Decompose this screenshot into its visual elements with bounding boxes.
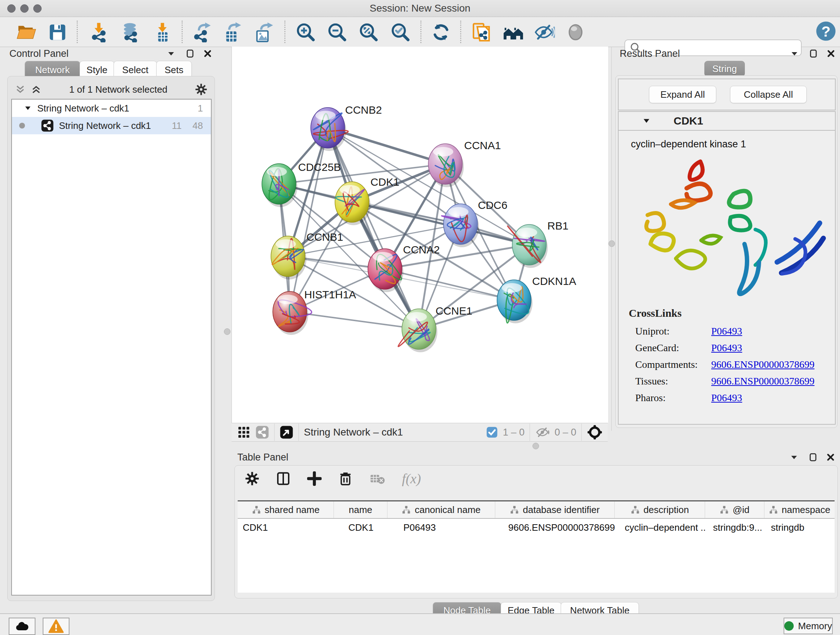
tissues-link[interactable]: 9606.ENSP00000378699 xyxy=(711,375,814,387)
save-icon[interactable] xyxy=(47,22,68,43)
hide-eye-icon[interactable] xyxy=(534,22,555,43)
compartments-link[interactable]: 9606.ENSP00000378699 xyxy=(711,359,814,371)
close-panel-icon[interactable] xyxy=(203,49,212,58)
import-database-icon[interactable] xyxy=(119,22,141,43)
cell-database-identifier[interactable]: 9606.ENSP00000378699 xyxy=(495,522,615,533)
collapse-section-icon[interactable] xyxy=(642,116,651,126)
shared-column-icon xyxy=(630,505,640,515)
refresh-icon[interactable] xyxy=(431,22,452,43)
string-view-icon[interactable] xyxy=(256,425,269,439)
grid-view-icon[interactable] xyxy=(237,426,250,439)
import-network-icon[interactable] xyxy=(88,22,109,43)
collapse-all-button[interactable]: Collapse All xyxy=(730,86,807,103)
table-row[interactable]: CDK1 CDK1 P06493 9606.ENSP00000378699 cy… xyxy=(238,519,835,536)
network-node-CCNB1[interactable]: CCNB1 xyxy=(271,231,343,279)
import-table-icon[interactable] xyxy=(152,22,173,43)
shared-column-icon xyxy=(510,505,519,515)
expand-all-networks-icon[interactable] xyxy=(15,84,26,95)
memory-button[interactable]: Memory xyxy=(783,618,833,634)
network-node-CCNB2[interactable]: CCNB2 xyxy=(311,104,382,151)
show-columns-icon[interactable] xyxy=(276,471,291,486)
column-header-label[interactable]: @id xyxy=(733,504,750,516)
cell-shared-name[interactable]: CDK1 xyxy=(238,522,334,533)
export-image-icon[interactable] xyxy=(253,22,274,43)
memory-status-dot xyxy=(784,621,794,631)
control-panel: Control Panel Network Style Select Sets … xyxy=(4,47,217,608)
delete-column-icon[interactable] xyxy=(338,471,353,486)
cell-name[interactable]: CDK1 xyxy=(334,522,387,533)
column-header-label[interactable]: shared name xyxy=(265,504,320,516)
cell-id[interactable]: stringdb:9... xyxy=(705,522,764,533)
panel-menu-icon[interactable] xyxy=(789,453,799,462)
column-header-label[interactable]: database identifier xyxy=(523,504,600,516)
node-label-CCNA2: CCNA2 xyxy=(403,244,440,256)
panel-menu-icon[interactable] xyxy=(166,49,176,58)
zoom-selected-icon[interactable] xyxy=(390,22,411,43)
left-splitter-handle[interactable] xyxy=(224,328,231,335)
toolbar-separator xyxy=(284,21,286,43)
export-table-icon[interactable] xyxy=(222,22,243,43)
column-header-label[interactable]: namespace xyxy=(782,504,830,516)
share-document-icon[interactable] xyxy=(471,22,492,43)
node-table[interactable]: shared name name canonical name database… xyxy=(238,500,835,593)
column-header-label[interactable]: description xyxy=(644,504,689,516)
network-view-title: String Network – cdk1 xyxy=(304,426,403,438)
cdk1-section-header[interactable]: CDK1 xyxy=(619,112,835,131)
homes-icon[interactable] xyxy=(503,22,524,43)
export-network-icon[interactable] xyxy=(192,22,213,43)
fit-selected-crosshair-icon[interactable] xyxy=(587,424,603,440)
float-panel-icon[interactable] xyxy=(809,49,818,58)
network-node-CCNA1[interactable]: CCNA1 xyxy=(428,139,501,187)
hidden-elements-icon[interactable] xyxy=(535,424,550,440)
float-panel-icon[interactable] xyxy=(186,49,195,58)
table-panel-title: Table Panel xyxy=(232,452,288,463)
zoom-fit-icon[interactable] xyxy=(358,22,379,43)
node-count-badge: 11 xyxy=(172,120,182,131)
network-options-gear-icon[interactable] xyxy=(195,83,207,96)
network-node-HIST1H1A[interactable]: HIST1H1A xyxy=(273,288,356,335)
table-options-gear-icon[interactable] xyxy=(245,471,259,486)
zoom-out-icon[interactable] xyxy=(327,22,347,43)
cell-description[interactable]: cyclin–dependent ... xyxy=(615,522,705,533)
uniprot-link[interactable]: P06493 xyxy=(711,325,742,337)
pharos-link[interactable]: P06493 xyxy=(711,392,742,404)
column-header-label[interactable]: name xyxy=(349,504,372,516)
delete-table-icon xyxy=(369,470,385,486)
network-row[interactable]: String Network – cdk1 11 48 xyxy=(12,117,211,134)
panel-menu-icon[interactable] xyxy=(790,49,799,58)
zoom-in-icon[interactable] xyxy=(295,22,316,43)
gene-description: cyclin–dependent kinase 1 xyxy=(619,131,835,150)
collapse-all-networks-icon[interactable] xyxy=(31,84,42,95)
network-collection-row[interactable]: String Network – cdk1 1 xyxy=(12,100,211,117)
cell-canonical-name[interactable]: P06493 xyxy=(387,522,495,533)
network-node-CDC25B[interactable]: CDC25B xyxy=(262,161,341,207)
cloud-button[interactable] xyxy=(9,618,35,635)
application-window: Session: New Session xyxy=(0,0,840,635)
network-node-RB1[interactable]: RB1 xyxy=(508,220,568,268)
close-panel-icon[interactable] xyxy=(826,453,835,462)
selected-checkbox-icon[interactable] xyxy=(486,426,498,438)
column-header-label[interactable]: canonical name xyxy=(415,504,480,516)
eye-icon[interactable] xyxy=(565,22,586,43)
network-canvas[interactable]: CCNB2CCNA1CDC25BCDK1CDC6RB1CCNB1CCNA2CDK… xyxy=(232,47,608,423)
open-folder-icon[interactable] xyxy=(16,22,37,43)
shared-column-icon xyxy=(401,505,411,515)
genecard-link[interactable]: P06493 xyxy=(711,342,742,354)
collapse-arrow-icon[interactable] xyxy=(24,104,32,112)
network-node-CDKN1A[interactable]: CDKN1A xyxy=(497,275,576,323)
tab-string[interactable]: String xyxy=(704,61,745,77)
close-panel-icon[interactable] xyxy=(827,49,835,58)
expand-all-button[interactable]: Expand All xyxy=(649,86,716,103)
horizontal-splitter-handle[interactable] xyxy=(532,443,539,449)
crosslink-label: GeneCard: xyxy=(635,342,711,354)
float-panel-icon[interactable] xyxy=(809,453,818,462)
cell-namespace[interactable]: stringdb xyxy=(764,522,835,533)
birds-eye-view-icon[interactable] xyxy=(279,425,294,439)
add-column-icon[interactable] xyxy=(307,471,322,486)
network-node-CDC6[interactable]: CDC6 xyxy=(442,199,508,247)
help-icon[interactable]: ? xyxy=(815,21,836,42)
network-edge[interactable] xyxy=(290,128,328,312)
warning-button[interactable] xyxy=(43,618,69,635)
table-panel: Table Panel f(x) shared name name canoni… xyxy=(232,451,840,614)
node-label-CCNB2: CCNB2 xyxy=(345,104,382,116)
